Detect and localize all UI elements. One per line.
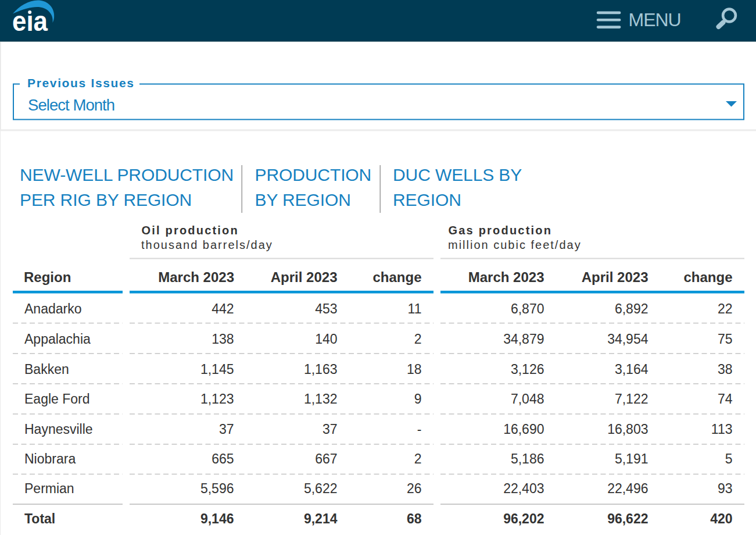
svg-text:667: 667 — [315, 451, 337, 466]
svg-text:PRODUCTION: PRODUCTION — [255, 165, 372, 184]
svg-text:million cubic feet/day: million cubic feet/day — [448, 238, 582, 251]
svg-text:Eagle Ford: Eagle Ford — [24, 391, 90, 406]
svg-text:16,803: 16,803 — [607, 422, 648, 437]
svg-text:1,145: 1,145 — [200, 362, 234, 377]
svg-text:2: 2 — [414, 331, 422, 347]
svg-text:Region: Region — [24, 269, 71, 285]
svg-text:Gas production: Gas production — [449, 224, 553, 237]
svg-text:113: 113 — [711, 422, 733, 437]
svg-text:MENU: MENU — [629, 9, 681, 30]
svg-text:Oil production: Oil production — [142, 224, 239, 237]
svg-text:11: 11 — [408, 301, 422, 316]
svg-text:6,892: 6,892 — [615, 301, 648, 316]
svg-text:7,122: 7,122 — [615, 391, 648, 406]
svg-text:5: 5 — [725, 451, 733, 466]
svg-text:68: 68 — [407, 511, 422, 526]
svg-text:16,690: 16,690 — [503, 422, 544, 437]
svg-text:7,048: 7,048 — [511, 391, 544, 406]
svg-text:Select Month: Select Month — [28, 96, 114, 114]
svg-text:Appalachia: Appalachia — [24, 331, 91, 347]
svg-text:74: 74 — [718, 391, 733, 406]
svg-text:5,622: 5,622 — [304, 481, 338, 496]
svg-text:April 2023: April 2023 — [582, 269, 648, 285]
svg-text:Permian: Permian — [24, 481, 74, 496]
svg-text:9,146: 9,146 — [200, 511, 234, 526]
svg-text:March 2023: March 2023 — [468, 269, 544, 285]
svg-text:3,126: 3,126 — [511, 362, 544, 377]
svg-text:34,954: 34,954 — [607, 331, 648, 347]
svg-text:thousand barrels/day: thousand barrels/day — [141, 238, 273, 251]
svg-text:1,132: 1,132 — [304, 391, 338, 406]
svg-text:5,186: 5,186 — [511, 451, 544, 466]
svg-text:Haynesville: Haynesville — [24, 422, 93, 437]
svg-text:5,191: 5,191 — [615, 451, 648, 466]
svg-text:138: 138 — [212, 331, 234, 347]
svg-text:March 2023: March 2023 — [158, 269, 234, 285]
svg-text:DUC WELLS BY: DUC WELLS BY — [393, 165, 522, 184]
svg-text:37: 37 — [323, 422, 338, 437]
svg-text:change: change — [683, 269, 732, 285]
svg-text:1,163: 1,163 — [304, 362, 338, 377]
svg-text:Bakken: Bakken — [24, 362, 69, 377]
svg-text:9,214: 9,214 — [304, 511, 338, 526]
svg-text:REGION: REGION — [393, 190, 461, 209]
svg-text:April 2023: April 2023 — [271, 269, 338, 285]
svg-text:93: 93 — [718, 481, 733, 496]
svg-text:420: 420 — [710, 511, 732, 526]
svg-text:26: 26 — [407, 481, 422, 496]
svg-text:change: change — [372, 269, 421, 285]
svg-text:NEW-WELL PRODUCTION: NEW-WELL PRODUCTION — [20, 165, 234, 184]
svg-text:5,596: 5,596 — [200, 481, 234, 496]
svg-text:18: 18 — [407, 362, 422, 377]
svg-text:-: - — [417, 422, 422, 437]
svg-text:Anadarko: Anadarko — [24, 301, 81, 316]
svg-text:Niobrara: Niobrara — [24, 451, 76, 466]
svg-text:140: 140 — [315, 331, 337, 347]
svg-text:34,879: 34,879 — [503, 331, 544, 347]
svg-text:37: 37 — [219, 422, 234, 437]
svg-text:38: 38 — [718, 362, 733, 377]
svg-text:96,622: 96,622 — [607, 511, 648, 526]
svg-text:2: 2 — [414, 451, 422, 466]
svg-text:6,870: 6,870 — [511, 301, 544, 316]
svg-text:22,403: 22,403 — [503, 481, 544, 496]
svg-text:22,496: 22,496 — [607, 481, 648, 496]
svg-text:96,202: 96,202 — [503, 511, 544, 526]
svg-text:22: 22 — [718, 301, 733, 316]
svg-text:75: 75 — [718, 331, 733, 347]
svg-text:BY REGION: BY REGION — [255, 190, 351, 209]
svg-text:453: 453 — [315, 301, 337, 316]
svg-text:9: 9 — [414, 391, 422, 406]
svg-text:PER RIG BY REGION: PER RIG BY REGION — [20, 190, 192, 209]
svg-text:665: 665 — [212, 451, 234, 466]
svg-text:Previous Issues: Previous Issues — [27, 76, 135, 90]
svg-text:1,123: 1,123 — [200, 391, 234, 406]
svg-text:3,164: 3,164 — [615, 362, 648, 377]
svg-text:442: 442 — [212, 301, 234, 316]
svg-text:Total: Total — [24, 511, 55, 526]
